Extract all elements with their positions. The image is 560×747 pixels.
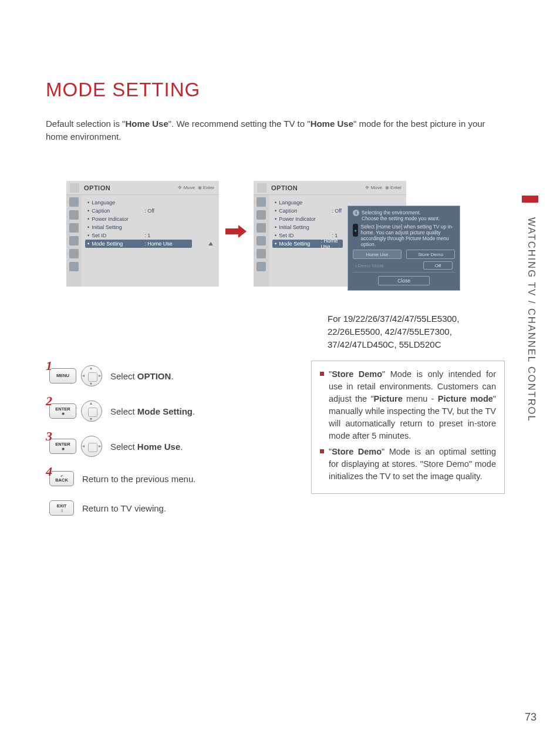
navpad-icon[interactable]: ▴▾: [81, 401, 102, 422]
osd-title: OPTION: [84, 184, 110, 191]
transition-arrow-icon: [225, 226, 247, 237]
hint-move: Move: [184, 185, 195, 190]
step-text: Select Home Use.: [110, 442, 183, 452]
osd-value: : Home Use: [144, 241, 173, 247]
menu-remote-button[interactable]: MENU: [49, 368, 76, 383]
intro-bold-2: Home Use: [311, 119, 353, 129]
t: .: [171, 371, 173, 381]
back-remote-button[interactable]: ↶BACK: [49, 471, 74, 486]
energy-star-icon: ★: [353, 224, 358, 237]
osd-label: Power Indicator: [92, 216, 144, 222]
info-bullet-1: "Store Demo" Mode is only intended for u…: [320, 368, 496, 442]
cat-icon: [69, 249, 79, 258]
cat-icon: [257, 236, 266, 245]
osd-list: •Language •Caption: Off •Power Indicator…: [82, 195, 219, 287]
cat-icon: [257, 249, 266, 258]
enter-dot-icon: ◉: [62, 447, 65, 450]
step-number: 2: [46, 393, 52, 409]
hint-enter: Enter: [390, 185, 402, 190]
cat-icon: [69, 236, 79, 245]
t: .: [193, 406, 195, 416]
home-use-button[interactable]: Home Use: [353, 250, 402, 259]
move-icon: ✥: [365, 185, 369, 190]
instruction-steps: 1 MENU ▴▾◂▸ Select OPTION. 2 ENTER◉ ▴▾ S…: [46, 365, 281, 530]
osd-label: Set ID: [92, 233, 144, 238]
side-section-label: WATCHING TV / CHANNEL CONTROL: [526, 217, 537, 422]
page-title: MODE SETTING: [46, 79, 200, 101]
step-3: 3 ENTER◉ ◂▸ Select Home Use.: [46, 436, 281, 457]
step-number: 4: [46, 464, 52, 479]
section-tab: [522, 196, 538, 203]
osd-label: Mode Setting: [279, 241, 321, 247]
t: Mode Setting: [137, 406, 193, 416]
close-button[interactable]: Close: [378, 276, 430, 285]
btn-label: ENTER: [55, 442, 70, 447]
osd-label: Power Indicator: [279, 216, 332, 222]
store-demo-info-box: "Store Demo" Mode is only intended for u…: [311, 361, 505, 494]
t: .: [180, 442, 183, 452]
step-text: Return to the previous menu.: [82, 474, 195, 484]
osd-label: Initial Setting: [92, 224, 144, 230]
bullet-icon: [320, 449, 324, 453]
osd-label: Caption: [92, 208, 144, 214]
osd-item-language[interactable]: •Language: [87, 198, 215, 207]
osd-label: Mode Setting: [92, 241, 144, 247]
osd-item-mode-setting[interactable]: •Mode Setting: Home Use: [272, 240, 343, 248]
page-number: 73: [525, 711, 537, 724]
enter-remote-button[interactable]: ENTER◉: [49, 403, 76, 419]
osd-hints: ✥ Move ◉ Enter: [365, 185, 402, 190]
popup-line-1b: Choose the setting mode you want.: [362, 216, 440, 221]
demo-mode-value[interactable]: Off: [423, 261, 453, 270]
btn-label: MENU: [56, 374, 69, 378]
osd-item-mode-setting[interactable]: •Mode Setting: Home Use: [85, 240, 192, 248]
cat-icon: [69, 197, 79, 207]
navpad-icon[interactable]: ◂▸: [81, 436, 102, 457]
enter-dot-icon: ◉: [62, 412, 65, 415]
osd-title: OPTION: [271, 184, 298, 191]
t: OPTION: [137, 371, 171, 381]
step-text: Select Mode Setting.: [110, 406, 195, 416]
t: Select: [110, 406, 137, 416]
enter-icon: ◉: [385, 185, 389, 190]
t: menu -: [403, 394, 438, 403]
osd-item-caption[interactable]: •Caption: Off: [87, 207, 215, 215]
osd-item-set-id[interactable]: •Set ID: 1: [87, 231, 215, 240]
btn-label: EXIT: [57, 504, 67, 509]
step-4: 4 ↶BACK Return to the previous menu.: [46, 471, 281, 486]
cat-icon: [69, 223, 79, 233]
enter-remote-button[interactable]: ENTER◉: [49, 439, 76, 454]
osd-value: : Off: [332, 208, 342, 214]
osd-item-power-indicator[interactable]: •Power Indicator: [87, 215, 215, 223]
demo-mode-label: • Demo Mode: [355, 263, 384, 268]
option-header-icon: [257, 183, 266, 193]
exit-remote-button[interactable]: EXIT▯: [49, 500, 74, 516]
osd-label: Initial Setting: [279, 224, 332, 230]
osd-item-initial-setting[interactable]: •Initial Setting: [87, 223, 215, 231]
step-2: 2 ENTER◉ ▴▾ Select Mode Setting.: [46, 401, 281, 422]
cat-icon: [69, 210, 79, 220]
exit-icon: ▯: [61, 509, 63, 512]
move-icon: ✥: [178, 185, 182, 190]
intro-mid: ". We recommend setting the TV to ": [168, 119, 311, 129]
step-number: 1: [46, 358, 52, 374]
intro-text: Default selection is "Home Use". We reco…: [46, 117, 492, 143]
t: Home Use: [137, 442, 180, 452]
info-icon: i: [353, 210, 359, 216]
cat-icon: [257, 262, 266, 271]
step-text: Select OPTION.: [110, 371, 174, 381]
intro-bold-1: Home Use: [125, 119, 168, 129]
enter-icon: ◉: [198, 185, 202, 190]
osd-category-icons: [254, 195, 269, 287]
osd-header: OPTION ✥ Move ◉ Enter: [66, 181, 219, 195]
mode-setting-popup: i Selecting the environment. Choose the …: [348, 206, 460, 291]
t: Picture: [374, 394, 403, 403]
navpad-icon[interactable]: ▴▾◂▸: [81, 365, 102, 386]
osd-panel-left: OPTION ✥ Move ◉ Enter •Language •Caption…: [66, 181, 219, 287]
osd-value: : Home Use: [321, 238, 343, 250]
popup-line-1a: Selecting the environment.: [362, 210, 440, 216]
osd-label: Language: [279, 200, 332, 206]
step-5: EXIT▯ Return to TV viewing.: [46, 500, 281, 516]
store-demo-button[interactable]: Store Demo: [406, 250, 455, 259]
osd-label: Caption: [279, 208, 332, 214]
osd-value: : Off: [144, 208, 154, 214]
